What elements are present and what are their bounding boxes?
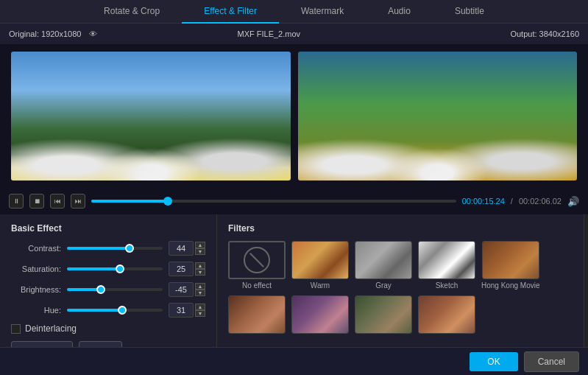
preview-area (0, 44, 588, 188)
saturation-label: Saturation: (11, 264, 61, 273)
time-current: 00:00:15.24 (462, 197, 505, 206)
contrast-down[interactable]: ▼ (195, 248, 205, 255)
scrollbar[interactable] (584, 214, 588, 347)
filter-r2-2-thumb (291, 295, 349, 334)
time-total: 00:02:06.02 (519, 197, 562, 206)
tab-watermark[interactable]: Watermark (279, 0, 366, 24)
saturation-thumb[interactable] (116, 264, 124, 273)
contrast-spinners: ▲ ▼ (195, 242, 205, 255)
tab-effect-filter[interactable]: Effect & Filter (182, 0, 279, 24)
tab-rotate-crop[interactable]: Rotate & Crop (82, 0, 182, 24)
contrast-slider[interactable] (67, 247, 163, 250)
saturation-fill (67, 267, 120, 270)
progress-bar[interactable] (91, 200, 456, 203)
filter-hk-movie-thumb (482, 241, 539, 279)
output-resolution: Output: 3840x2160 (510, 29, 579, 38)
left-video-thumb (11, 52, 291, 181)
brightness-thumb[interactable] (96, 285, 105, 294)
stop-button[interactable]: ⏹ (29, 194, 44, 208)
hue-label: Hue: (11, 306, 61, 315)
progress-filled (91, 200, 168, 203)
filter-r2-1-thumb (228, 295, 286, 334)
filter-r2-1[interactable] (228, 295, 286, 336)
filter-gray-thumb (355, 241, 412, 279)
filter-sketch-bg (419, 242, 475, 278)
brightness-value[interactable] (169, 282, 194, 297)
action-buttons: Apply to All Reset (11, 341, 205, 347)
saturation-input-group: ▲ ▼ (169, 262, 205, 276)
filter-gray[interactable]: Gray (355, 241, 412, 290)
filter-r2-4[interactable] (418, 295, 475, 336)
deinterlacing-checkbox[interactable] (11, 324, 21, 334)
hue-value[interactable] (169, 303, 194, 318)
hue-row: Hue: ▲ ▼ (11, 303, 205, 318)
playback-bar: ⏸ ⏹ ⏮ ⏭ 00:00:15.24 / 00:02:06.02 🔊 (0, 188, 588, 214)
filter-r2-3-bg (355, 296, 411, 333)
left-video-preview (11, 52, 291, 181)
filter-r2-3-thumb (355, 295, 412, 334)
saturation-value[interactable] (169, 262, 194, 276)
saturation-down[interactable]: ▼ (195, 269, 205, 276)
time-separator: / (511, 197, 513, 206)
filter-warm-bg (292, 242, 348, 278)
brightness-slider[interactable] (67, 288, 163, 291)
filter-sketch[interactable]: Sketch (418, 241, 475, 290)
brightness-up[interactable]: ▲ (195, 283, 205, 290)
deinterlace-row: Deinterlacing (11, 323, 205, 334)
filter-r2-2[interactable] (291, 295, 349, 336)
apply-to-all-button[interactable]: Apply to All (11, 341, 73, 347)
filter-sketch-label: Sketch (436, 281, 458, 290)
play-pause-button[interactable]: ⏸ (9, 194, 24, 208)
hue-down[interactable]: ▼ (195, 310, 205, 317)
filter-hk-movie[interactable]: Hong Kong Movie (481, 241, 540, 290)
filter-hk-movie-bg (483, 242, 539, 278)
prev-button[interactable]: ⏮ (50, 194, 65, 208)
filter-r2-4-thumb (418, 295, 475, 334)
effect-panel: Basic Effect Contrast: ▲ ▼ Satur (0, 214, 217, 347)
eye-icon[interactable]: 👁 (87, 28, 99, 40)
filter-warm-label: Warm (311, 281, 330, 290)
info-bar: Original: 1920x1080 👁 MXF FILE_2.mov Out… (0, 24, 588, 44)
saturation-up[interactable]: ▲ (195, 262, 205, 269)
filters-grid: No effect Warm Gray (228, 241, 573, 336)
brightness-down[interactable]: ▼ (195, 290, 205, 296)
next-button[interactable]: ⏭ (71, 194, 85, 208)
filter-r2-3[interactable] (355, 295, 412, 336)
saturation-slider[interactable] (67, 267, 163, 270)
contrast-up[interactable]: ▲ (195, 242, 205, 248)
contrast-fill (67, 247, 130, 250)
volume-icon[interactable]: 🔊 (567, 196, 579, 207)
tab-subtitle[interactable]: Subtitle (433, 0, 506, 24)
contrast-input-group: ▲ ▼ (169, 241, 205, 256)
bottom-panel: Basic Effect Contrast: ▲ ▼ Satur (0, 214, 588, 347)
hue-thumb[interactable] (118, 306, 127, 315)
filter-no-effect[interactable]: No effect (228, 241, 286, 290)
filter-warm-thumb (291, 241, 349, 279)
contrast-value[interactable] (169, 241, 194, 256)
filter-hk-movie-label: Hong Kong Movie (481, 281, 540, 290)
cancel-button[interactable]: Cancel (524, 351, 579, 372)
filter-warm[interactable]: Warm (291, 241, 349, 290)
brightness-label: Brightness: (11, 285, 61, 294)
hue-spinners: ▲ ▼ (195, 304, 205, 317)
saturation-spinners: ▲ ▼ (195, 262, 205, 276)
filter-sketch-thumb (418, 241, 475, 279)
ok-button[interactable]: OK (470, 352, 517, 371)
reset-button[interactable]: Reset (79, 341, 122, 347)
original-resolution: Original: 1920x1080 (9, 29, 81, 38)
contrast-thumb[interactable] (125, 244, 134, 253)
hue-up[interactable]: ▲ (195, 304, 205, 310)
tab-bar: Rotate & Crop Effect & Filter Watermark … (0, 0, 588, 24)
brightness-spinners: ▲ ▼ (195, 283, 205, 296)
brightness-input-group: ▲ ▼ (169, 282, 205, 297)
progress-thumb[interactable] (163, 197, 172, 206)
no-effect-circle (244, 247, 270, 273)
contrast-label: Contrast: (11, 244, 61, 253)
brightness-row: Brightness: ▲ ▼ (11, 282, 205, 297)
filter-no-effect-thumb (228, 241, 286, 279)
main-content: Original: 1920x1080 👁 MXF FILE_2.mov Out… (0, 24, 588, 375)
tab-audio[interactable]: Audio (366, 0, 433, 24)
saturation-row: Saturation: ▲ ▼ (11, 262, 205, 276)
bottom-action-bar: OK Cancel (0, 347, 588, 375)
hue-slider[interactable] (67, 309, 163, 312)
